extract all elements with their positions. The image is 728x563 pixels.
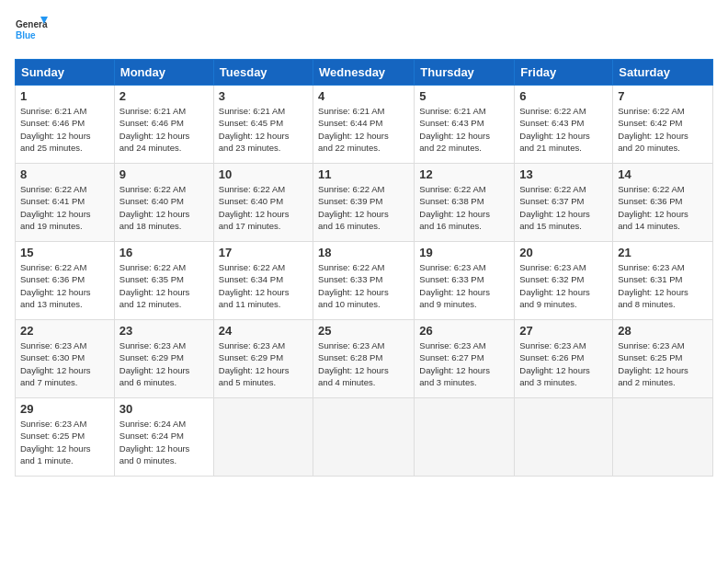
day-cell-5: 5Sunrise: 6:21 AMSunset: 6:43 PMDaylight… bbox=[415, 86, 515, 164]
week-row-3: 15Sunrise: 6:22 AMSunset: 6:36 PMDayligh… bbox=[16, 242, 713, 320]
day-cell-22: 22Sunrise: 6:23 AMSunset: 6:30 PMDayligh… bbox=[16, 320, 115, 398]
day-cell-11: 11Sunrise: 6:22 AMSunset: 6:39 PMDayligh… bbox=[313, 164, 415, 242]
page-header: General Blue bbox=[15, 15, 713, 48]
calendar-table: SundayMondayTuesdayWednesdayThursdayFrid… bbox=[15, 59, 713, 477]
day-cell-24: 24Sunrise: 6:23 AMSunset: 6:29 PMDayligh… bbox=[213, 320, 313, 398]
week-row-1: 1Sunrise: 6:21 AMSunset: 6:46 PMDaylight… bbox=[16, 86, 713, 164]
column-header-tuesday: Tuesday bbox=[213, 60, 313, 86]
day-cell-3: 3Sunrise: 6:21 AMSunset: 6:45 PMDaylight… bbox=[213, 86, 313, 164]
day-cell-23: 23Sunrise: 6:23 AMSunset: 6:29 PMDayligh… bbox=[114, 320, 213, 398]
week-row-4: 22Sunrise: 6:23 AMSunset: 6:30 PMDayligh… bbox=[16, 320, 713, 398]
day-cell-4: 4Sunrise: 6:21 AMSunset: 6:44 PMDaylight… bbox=[313, 86, 415, 164]
day-cell-9: 9Sunrise: 6:22 AMSunset: 6:40 PMDaylight… bbox=[114, 164, 213, 242]
day-cell-18: 18Sunrise: 6:22 AMSunset: 6:33 PMDayligh… bbox=[313, 242, 415, 320]
day-cell-30: 30Sunrise: 6:24 AMSunset: 6:24 PMDayligh… bbox=[114, 398, 213, 477]
day-cell-25: 25Sunrise: 6:23 AMSunset: 6:28 PMDayligh… bbox=[313, 320, 415, 398]
empty-day-cell bbox=[415, 398, 515, 477]
day-cell-14: 14Sunrise: 6:22 AMSunset: 6:36 PMDayligh… bbox=[613, 164, 713, 242]
column-header-monday: Monday bbox=[114, 60, 213, 86]
logo-svg: General Blue bbox=[15, 15, 48, 48]
day-cell-19: 19Sunrise: 6:23 AMSunset: 6:33 PMDayligh… bbox=[415, 242, 515, 320]
week-row-5: 29Sunrise: 6:23 AMSunset: 6:25 PMDayligh… bbox=[16, 398, 713, 477]
column-header-thursday: Thursday bbox=[415, 60, 515, 86]
column-header-sunday: Sunday bbox=[16, 60, 115, 86]
day-cell-1: 1Sunrise: 6:21 AMSunset: 6:46 PMDaylight… bbox=[16, 86, 115, 164]
empty-day-cell bbox=[313, 398, 415, 477]
empty-day-cell bbox=[515, 398, 613, 477]
day-cell-21: 21Sunrise: 6:23 AMSunset: 6:31 PMDayligh… bbox=[613, 242, 713, 320]
day-cell-26: 26Sunrise: 6:23 AMSunset: 6:27 PMDayligh… bbox=[415, 320, 515, 398]
day-cell-7: 7Sunrise: 6:22 AMSunset: 6:42 PMDaylight… bbox=[613, 86, 713, 164]
empty-day-cell bbox=[613, 398, 713, 477]
day-cell-8: 8Sunrise: 6:22 AMSunset: 6:41 PMDaylight… bbox=[16, 164, 115, 242]
column-header-wednesday: Wednesday bbox=[313, 60, 415, 86]
day-cell-6: 6Sunrise: 6:22 AMSunset: 6:43 PMDaylight… bbox=[515, 86, 613, 164]
column-header-friday: Friday bbox=[515, 60, 613, 86]
day-cell-27: 27Sunrise: 6:23 AMSunset: 6:26 PMDayligh… bbox=[515, 320, 613, 398]
day-cell-20: 20Sunrise: 6:23 AMSunset: 6:32 PMDayligh… bbox=[515, 242, 613, 320]
day-cell-15: 15Sunrise: 6:22 AMSunset: 6:36 PMDayligh… bbox=[16, 242, 115, 320]
day-cell-10: 10Sunrise: 6:22 AMSunset: 6:40 PMDayligh… bbox=[213, 164, 313, 242]
day-cell-12: 12Sunrise: 6:22 AMSunset: 6:38 PMDayligh… bbox=[415, 164, 515, 242]
empty-day-cell bbox=[213, 398, 313, 477]
day-cell-2: 2Sunrise: 6:21 AMSunset: 6:46 PMDaylight… bbox=[114, 86, 213, 164]
day-cell-17: 17Sunrise: 6:22 AMSunset: 6:34 PMDayligh… bbox=[213, 242, 313, 320]
logo: General Blue bbox=[15, 15, 48, 48]
day-cell-16: 16Sunrise: 6:22 AMSunset: 6:35 PMDayligh… bbox=[114, 242, 213, 320]
calendar-header-row: SundayMondayTuesdayWednesdayThursdayFrid… bbox=[16, 60, 713, 86]
svg-text:Blue: Blue bbox=[16, 30, 36, 40]
day-cell-13: 13Sunrise: 6:22 AMSunset: 6:37 PMDayligh… bbox=[515, 164, 613, 242]
day-cell-29: 29Sunrise: 6:23 AMSunset: 6:25 PMDayligh… bbox=[16, 398, 115, 477]
week-row-2: 8Sunrise: 6:22 AMSunset: 6:41 PMDaylight… bbox=[16, 164, 713, 242]
day-cell-28: 28Sunrise: 6:23 AMSunset: 6:25 PMDayligh… bbox=[613, 320, 713, 398]
column-header-saturday: Saturday bbox=[613, 60, 713, 86]
